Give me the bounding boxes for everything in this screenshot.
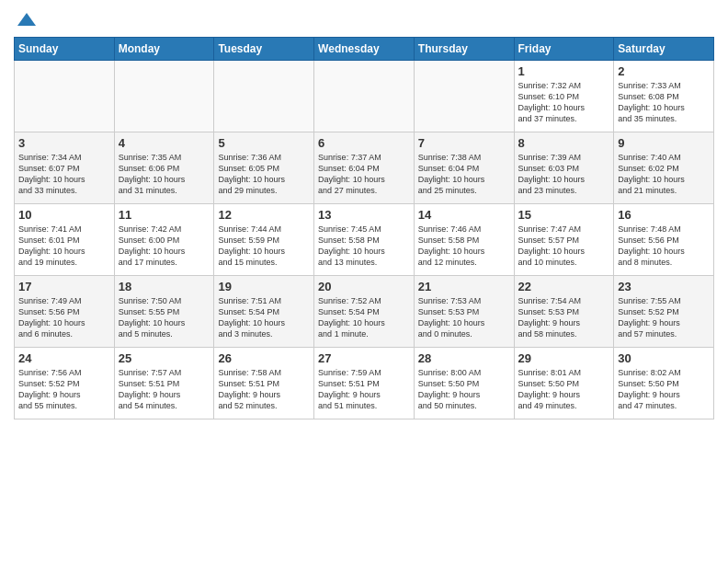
day-number: 23 [618,280,710,293]
day-number: 5 [218,136,310,150]
day-info: Sunrise: 7:39 AM Sunset: 6:03 PM Dayligh… [518,152,610,197]
calendar-cell: 6Sunrise: 7:37 AM Sunset: 6:04 PM Daylig… [314,132,415,204]
calendar-cell: 24Sunrise: 7:56 AM Sunset: 5:52 PM Dayli… [15,348,115,419]
week-row-5: 24Sunrise: 7:56 AM Sunset: 5:52 PM Dayli… [15,348,714,419]
calendar-cell: 25Sunrise: 7:57 AM Sunset: 5:51 PM Dayli… [114,348,214,419]
calendar-cell: 27Sunrise: 7:59 AM Sunset: 5:51 PM Dayli… [314,348,415,419]
weekday-header-sunday: Sunday [15,38,115,61]
calendar-page: SundayMondayTuesdayWednesdayThursdayFrid… [0,0,728,563]
day-number: 12 [218,208,310,222]
day-info: Sunrise: 8:00 AM Sunset: 5:50 PM Dayligh… [418,367,510,412]
calendar-cell: 3Sunrise: 7:34 AM Sunset: 6:07 PM Daylig… [15,132,115,204]
day-number: 11 [119,208,210,222]
day-number: 21 [418,280,510,293]
day-number: 20 [318,280,410,293]
calendar-cell: 8Sunrise: 7:39 AM Sunset: 6:03 PM Daylig… [514,132,614,204]
day-number: 2 [618,64,710,78]
calendar-cell: 18Sunrise: 7:50 AM Sunset: 5:55 PM Dayli… [114,276,214,348]
calendar-cell: 22Sunrise: 7:54 AM Sunset: 5:53 PM Dayli… [514,276,614,348]
calendar-table: SundayMondayTuesdayWednesdayThursdayFrid… [14,37,714,419]
calendar-cell: 20Sunrise: 7:52 AM Sunset: 5:54 PM Dayli… [314,276,415,348]
logo [14,9,36,29]
day-number: 18 [119,280,210,293]
day-info: Sunrise: 7:57 AM Sunset: 5:51 PM Dayligh… [119,367,210,412]
svg-marker-0 [17,13,36,26]
week-row-2: 3Sunrise: 7:34 AM Sunset: 6:07 PM Daylig… [15,132,714,204]
calendar-cell: 23Sunrise: 7:55 AM Sunset: 5:52 PM Dayli… [614,276,714,348]
weekday-header-monday: Monday [114,38,214,61]
weekday-header-tuesday: Tuesday [214,38,314,61]
calendar-cell: 21Sunrise: 7:53 AM Sunset: 5:53 PM Dayli… [414,276,514,348]
weekday-header-wednesday: Wednesday [314,38,415,61]
calendar-cell: 16Sunrise: 7:48 AM Sunset: 5:56 PM Dayli… [614,204,714,276]
day-number: 9 [618,136,710,150]
day-info: Sunrise: 7:53 AM Sunset: 5:53 PM Dayligh… [418,295,510,340]
day-number: 24 [18,351,110,365]
day-number: 6 [318,136,410,150]
day-info: Sunrise: 7:40 AM Sunset: 6:02 PM Dayligh… [618,152,710,197]
day-info: Sunrise: 7:34 AM Sunset: 6:07 PM Dayligh… [18,152,110,197]
day-number: 25 [119,351,210,365]
day-info: Sunrise: 7:38 AM Sunset: 6:04 PM Dayligh… [418,152,510,197]
day-info: Sunrise: 7:36 AM Sunset: 6:05 PM Dayligh… [218,152,310,197]
day-number: 30 [618,351,710,365]
day-number: 7 [418,136,510,150]
calendar-cell: 29Sunrise: 8:01 AM Sunset: 5:50 PM Dayli… [514,348,614,419]
day-info: Sunrise: 7:35 AM Sunset: 6:06 PM Dayligh… [119,152,210,197]
calendar-cell: 15Sunrise: 7:47 AM Sunset: 5:57 PM Dayli… [514,204,614,276]
calendar-cell: 30Sunrise: 8:02 AM Sunset: 5:50 PM Dayli… [614,348,714,419]
logo-icon [16,9,36,29]
week-row-1: 1Sunrise: 7:32 AM Sunset: 6:10 PM Daylig… [15,61,714,132]
calendar-cell [114,61,214,132]
calendar-cell [15,61,115,132]
day-info: Sunrise: 7:47 AM Sunset: 5:57 PM Dayligh… [518,224,610,269]
calendar-cell [314,61,415,132]
calendar-cell: 2Sunrise: 7:33 AM Sunset: 6:08 PM Daylig… [614,61,714,132]
day-info: Sunrise: 7:44 AM Sunset: 5:59 PM Dayligh… [218,224,310,269]
week-row-3: 10Sunrise: 7:41 AM Sunset: 6:01 PM Dayli… [15,204,714,276]
calendar-cell: 11Sunrise: 7:42 AM Sunset: 6:00 PM Dayli… [114,204,214,276]
weekday-header-thursday: Thursday [414,38,514,61]
calendar-cell: 1Sunrise: 7:32 AM Sunset: 6:10 PM Daylig… [514,61,614,132]
day-number: 29 [518,351,610,365]
day-info: Sunrise: 7:41 AM Sunset: 6:01 PM Dayligh… [18,224,110,269]
day-info: Sunrise: 7:32 AM Sunset: 6:10 PM Dayligh… [518,80,610,125]
day-info: Sunrise: 7:48 AM Sunset: 5:56 PM Dayligh… [618,224,710,269]
day-number: 19 [218,280,310,293]
day-info: Sunrise: 7:37 AM Sunset: 6:04 PM Dayligh… [318,152,410,197]
calendar-cell: 10Sunrise: 7:41 AM Sunset: 6:01 PM Dayli… [15,204,115,276]
calendar-cell: 17Sunrise: 7:49 AM Sunset: 5:56 PM Dayli… [15,276,115,348]
day-number: 14 [418,208,510,222]
day-number: 10 [18,208,110,222]
calendar-cell: 4Sunrise: 7:35 AM Sunset: 6:06 PM Daylig… [114,132,214,204]
day-number: 16 [618,208,710,222]
calendar-cell: 28Sunrise: 8:00 AM Sunset: 5:50 PM Dayli… [414,348,514,419]
day-info: Sunrise: 7:55 AM Sunset: 5:52 PM Dayligh… [618,295,710,340]
day-info: Sunrise: 7:49 AM Sunset: 5:56 PM Dayligh… [18,295,110,340]
day-number: 4 [119,136,210,150]
calendar-cell: 14Sunrise: 7:46 AM Sunset: 5:58 PM Dayli… [414,204,514,276]
weekday-header-friday: Friday [514,38,614,61]
day-number: 15 [518,208,610,222]
day-number: 1 [518,64,610,78]
day-info: Sunrise: 7:52 AM Sunset: 5:54 PM Dayligh… [318,295,410,340]
day-number: 8 [518,136,610,150]
day-number: 3 [18,136,110,150]
day-info: Sunrise: 7:58 AM Sunset: 5:51 PM Dayligh… [218,367,310,412]
calendar-cell: 26Sunrise: 7:58 AM Sunset: 5:51 PM Dayli… [214,348,314,419]
day-number: 17 [18,280,110,293]
calendar-cell: 5Sunrise: 7:36 AM Sunset: 6:05 PM Daylig… [214,132,314,204]
calendar-cell [214,61,314,132]
day-number: 28 [418,351,510,365]
day-info: Sunrise: 7:33 AM Sunset: 6:08 PM Dayligh… [618,80,710,125]
day-number: 13 [318,208,410,222]
day-info: Sunrise: 7:50 AM Sunset: 5:55 PM Dayligh… [119,295,210,340]
day-info: Sunrise: 7:56 AM Sunset: 5:52 PM Dayligh… [18,367,110,412]
calendar-cell: 12Sunrise: 7:44 AM Sunset: 5:59 PM Dayli… [214,204,314,276]
header [14,9,714,29]
day-info: Sunrise: 8:01 AM Sunset: 5:50 PM Dayligh… [518,367,610,412]
day-info: Sunrise: 7:45 AM Sunset: 5:58 PM Dayligh… [318,224,410,269]
calendar-cell [414,61,514,132]
calendar-cell: 7Sunrise: 7:38 AM Sunset: 6:04 PM Daylig… [414,132,514,204]
day-info: Sunrise: 7:54 AM Sunset: 5:53 PM Dayligh… [518,295,610,340]
